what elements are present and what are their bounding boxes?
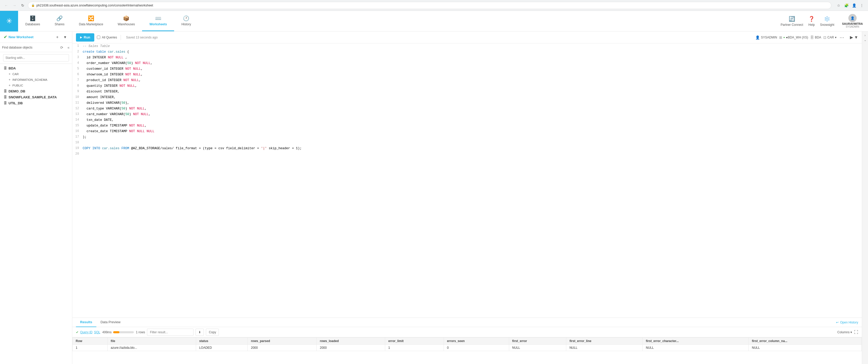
- db-label-demodb: DEMO_DB: [8, 89, 25, 93]
- snowsight-btn[interactable]: ❄️ Snowsight: [820, 16, 834, 27]
- forward-button[interactable]: →: [11, 2, 18, 8]
- columns-label: Columns ▾: [837, 330, 852, 334]
- warehouse-chip[interactable]: ⊞ ● ●BDA_WH (XS): [779, 35, 808, 39]
- reload-button[interactable]: ↻: [20, 2, 26, 8]
- col-first-error-col[interactable]: first_error_column_na...: [749, 338, 862, 345]
- nav-label-data-marketplace: Data Marketplace: [79, 23, 103, 26]
- col-errors-seen[interactable]: errors_seen: [444, 338, 509, 345]
- user-profile[interactable]: 👤 SAURAVMITRA SYSADMIN: [842, 14, 863, 28]
- copy-button[interactable]: Copy: [206, 329, 219, 336]
- schema-item-information[interactable]: ✦ INFORMATION_SCHEMA: [0, 77, 72, 82]
- warehouse-dot: ●: [783, 36, 785, 39]
- nav-item-shares[interactable]: 🔗 Shares: [47, 11, 71, 31]
- collapse-down-button[interactable]: ⌄: [864, 38, 866, 42]
- code-line-13: 13 card_number VARCHAR(50) NOT NULL,: [72, 111, 862, 117]
- copy-label: Copy: [209, 330, 216, 334]
- col-status[interactable]: status: [196, 338, 247, 345]
- all-queries-checkbox-label[interactable]: All Queries: [97, 36, 117, 39]
- code-line-2: 2 create table car.sales (: [72, 49, 862, 55]
- collapse-button[interactable]: «: [66, 44, 71, 51]
- partner-connect-btn[interactable]: 🔄 Partner Connect: [781, 16, 803, 27]
- schema-chip[interactable]: ⊡ CAR ▾: [823, 35, 836, 39]
- code-line-16: 16 create_date TIMESTAMP NOT NULL NULL: [72, 129, 862, 134]
- db-item-snowflake[interactable]: 🗄 SNOWFLAKE_SAMPLE_DATA: [0, 94, 72, 100]
- code-line-7: 7 product_id INTEGER NOT NULL,: [72, 77, 862, 83]
- expand-sidebar-button[interactable]: ▶: [850, 35, 853, 40]
- db-item-utildb[interactable]: 🗄 UTIL_DB: [0, 100, 72, 106]
- extension-button[interactable]: 🧩: [843, 2, 849, 8]
- schema-item-car[interactable]: ✦ CAR: [0, 71, 72, 77]
- code-line-9: 9 discount INTEGER,: [72, 89, 862, 95]
- db-label-snowflake: SNOWFLAKE_SAMPLE_DATA: [8, 95, 57, 99]
- results-table-wrapper[interactable]: Row file status rows_parsed rows_loaded …: [72, 337, 862, 364]
- columns-button[interactable]: Columns ▾: [837, 330, 852, 334]
- collapse-right-button[interactable]: ›: [865, 34, 866, 37]
- role-chip[interactable]: 👤 SYSADMIN: [755, 35, 777, 39]
- all-queries-checkbox[interactable]: [97, 36, 100, 39]
- search-input[interactable]: [3, 54, 69, 61]
- col-first-error-line[interactable]: first_error_line: [566, 338, 643, 345]
- cell-errors-seen: 0: [444, 345, 509, 351]
- logo-area[interactable]: ✳: [0, 11, 18, 32]
- warehouse-label: ●BDA_WH (XS): [786, 36, 808, 39]
- menu-button[interactable]: ⋮: [859, 2, 865, 8]
- sidebar-search: [0, 52, 72, 64]
- sql-link[interactable]: SQL: [94, 330, 100, 334]
- code-line-19: 19 COPY INTO car.sales FROM @AZ_BDA_STOR…: [72, 145, 862, 151]
- expand-results-button[interactable]: ⛶: [854, 330, 858, 335]
- chevron-down-button[interactable]: ▾: [62, 34, 68, 40]
- query-id-link[interactable]: Query ID: [80, 330, 92, 334]
- user-role: SYSADMIN: [846, 25, 859, 28]
- db-item-demodb[interactable]: 🗄 DEMO_DB: [0, 88, 72, 94]
- code-line-15: 15 update_date TIMESTAMP NOT NULL,: [72, 123, 862, 129]
- code-line-5: 5 customer_id INTEGER NOT NULL,: [72, 66, 862, 72]
- col-rows-loaded[interactable]: rows_loaded: [317, 338, 385, 345]
- nav-item-warehouses[interactable]: 📦 Warehouses: [110, 11, 142, 31]
- download-button[interactable]: ⬇: [195, 329, 204, 336]
- profile-button[interactable]: 👤: [851, 2, 857, 8]
- collapse-pane-button[interactable]: ▼: [854, 35, 858, 40]
- schema-label-information: INFORMATION_SCHEMA: [12, 78, 47, 81]
- address-bar[interactable]: 🔒 ph21638.southeast-asia.azure.snowflake…: [28, 2, 831, 9]
- more-options-button[interactable]: ⋯: [839, 34, 845, 41]
- tab-results[interactable]: Results: [76, 318, 96, 327]
- code-line-18: 18: [72, 140, 862, 145]
- col-first-error[interactable]: first_error: [509, 338, 566, 345]
- code-line-20: 20: [72, 151, 862, 157]
- new-worksheet-button[interactable]: ✔ New Worksheet: [4, 35, 54, 39]
- tab-data-preview[interactable]: Data Preview: [96, 318, 125, 327]
- schema-item-public[interactable]: ✦ PUBLIC: [0, 82, 72, 88]
- schema-dropdown-icon: ▾: [835, 36, 836, 39]
- database-chip[interactable]: 🗄 BDA: [810, 35, 821, 39]
- col-error-limit[interactable]: error_limit: [385, 338, 443, 345]
- nav-label-databases: Databases: [25, 23, 40, 26]
- help-icon: ❓: [808, 16, 815, 22]
- refresh-button[interactable]: ⟳: [59, 44, 65, 51]
- snowsight-icon: ❄️: [824, 16, 830, 22]
- browser-chrome: ← → ↻ 🔒 ph21638.southeast-asia.azure.sno…: [0, 0, 868, 11]
- role-label: SYSADMIN: [761, 36, 777, 39]
- open-history-button[interactable]: ↩ Open History: [836, 321, 858, 324]
- star-button[interactable]: ☆: [835, 2, 842, 8]
- run-label: Run: [84, 35, 90, 39]
- nav-item-data-marketplace[interactable]: 🔀 Data Marketplace: [71, 11, 110, 31]
- arrow-icon: ↩: [836, 321, 839, 324]
- warehouses-icon: 📦: [123, 15, 129, 22]
- col-rows-parsed[interactable]: rows_parsed: [248, 338, 317, 345]
- col-row[interactable]: Row: [72, 338, 108, 345]
- col-file[interactable]: file: [107, 338, 196, 345]
- nav-item-databases[interactable]: 🗄️ Databases: [18, 11, 47, 31]
- col-first-error-char[interactable]: first_error_character...: [643, 338, 749, 345]
- nav-item-worksheets[interactable]: ⌨️ Worksheets: [142, 11, 174, 31]
- help-btn[interactable]: ❓ Help: [808, 16, 815, 27]
- code-line-12: 12 card_type VARCHAR(50) NOT NULL,: [72, 106, 862, 111]
- run-button[interactable]: ▶ Run: [76, 33, 94, 41]
- add-worksheet-button[interactable]: +: [54, 34, 61, 40]
- back-button[interactable]: ←: [3, 2, 9, 8]
- filter-input[interactable]: [147, 329, 193, 336]
- db-item-bda[interactable]: 🗄 BDA: [0, 65, 72, 71]
- all-queries-label: All Queries: [102, 36, 117, 39]
- nav-item-history[interactable]: 🕐 History: [174, 11, 198, 31]
- help-label: Help: [808, 23, 815, 27]
- code-editor[interactable]: 1 -- Sales Table 2 create table car.sale…: [72, 43, 862, 318]
